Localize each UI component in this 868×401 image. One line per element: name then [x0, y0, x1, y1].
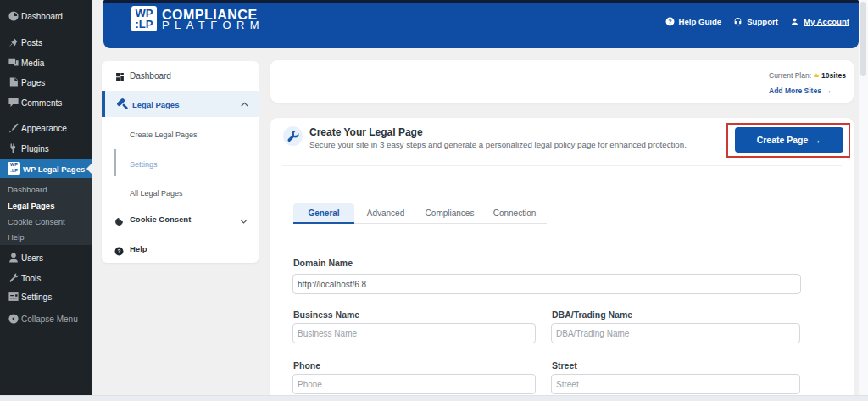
svg-text:?: ? [668, 19, 671, 25]
svg-text:?: ? [118, 248, 121, 254]
